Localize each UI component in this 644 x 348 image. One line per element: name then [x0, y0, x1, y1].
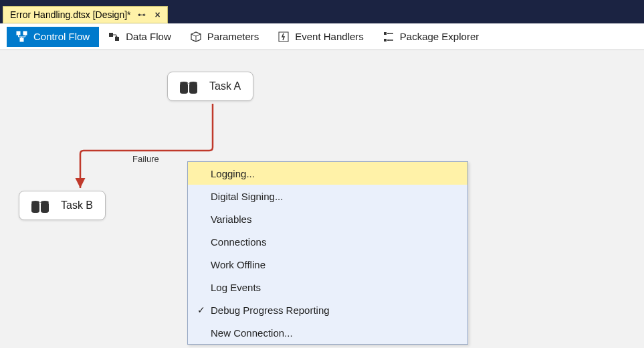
menu-item-digital-signing[interactable]: Digital Signing...	[188, 185, 467, 207]
checkmark-icon: ✓	[192, 304, 211, 315]
menu-item-new-connection[interactable]: New Connection...	[188, 321, 467, 344]
svg-rect-3	[109, 33, 113, 37]
document-tab[interactable]: Error Handling.dtsx [Design]* ⊷ ×	[3, 6, 168, 23]
menu-item-work-offline[interactable]: Work Offline	[188, 253, 467, 276]
menu-item-label: Connections	[211, 236, 266, 248]
svg-point-8	[387, 33, 389, 34]
menu-item-label: New Connection...	[211, 327, 293, 339]
menu-item-label: Log Events	[211, 282, 261, 293]
task-label: Task A	[209, 80, 241, 92]
svg-rect-7	[384, 39, 387, 41]
event-handlers-icon	[278, 31, 290, 43]
menu-item-label: Variables	[211, 213, 251, 225]
menu-item-label: Logging...	[211, 168, 255, 179]
close-icon[interactable]: ×	[152, 9, 163, 20]
tab-parameters[interactable]: Parameters	[181, 27, 269, 47]
menu-item-connections[interactable]: Connections	[188, 230, 467, 253]
control-flow-icon	[16, 31, 28, 43]
context-menu: Logging... Digital Signing... Variables …	[187, 161, 468, 345]
toolbar-label: Control Flow	[33, 31, 90, 42]
design-canvas[interactable]: → Task A → Task B Failure Logging... Dig…	[0, 50, 644, 348]
data-flow-icon	[108, 31, 120, 43]
menu-item-label: Debug Progress Reporting	[211, 304, 330, 316]
svg-rect-0	[17, 31, 20, 35]
parameters-icon	[190, 31, 202, 43]
package-explorer-icon	[383, 31, 395, 43]
task-label: Task B	[61, 199, 93, 211]
svg-rect-1	[23, 31, 27, 35]
svg-point-9	[387, 39, 389, 41]
menu-item-label: Work Offline	[211, 259, 265, 270]
designer-toolbar: Control Flow Data Flow Parameters	[0, 23, 644, 50]
menu-item-logging[interactable]: Logging...	[188, 162, 467, 185]
menu-item-label: Digital Signing...	[211, 191, 283, 202]
toolbar-label: Package Explorer	[400, 31, 479, 42]
tab-package-explorer[interactable]: Package Explorer	[373, 27, 488, 47]
pin-icon[interactable]: ⊷	[135, 10, 148, 19]
toolbar-label: Parameters	[207, 31, 259, 42]
document-tab-title: Error Handling.dtsx [Design]*	[10, 9, 131, 20]
database-transfer-icon: →	[180, 79, 200, 94]
toolbar-label: Data Flow	[126, 31, 171, 42]
menu-item-debug-progress-reporting[interactable]: ✓ Debug Progress Reporting	[188, 298, 467, 321]
tab-control-flow[interactable]: Control Flow	[7, 27, 99, 47]
toolbar-label: Event Handlers	[295, 31, 364, 42]
menu-item-variables[interactable]: Variables	[188, 207, 467, 230]
task-node-a[interactable]: → Task A	[167, 72, 253, 101]
svg-rect-4	[115, 37, 119, 41]
tab-event-handlers[interactable]: Event Handlers	[268, 27, 373, 47]
tab-data-flow[interactable]: Data Flow	[99, 27, 181, 47]
task-node-b[interactable]: → Task B	[19, 191, 106, 220]
svg-rect-6	[384, 32, 387, 35]
menu-item-log-events[interactable]: Log Events	[188, 276, 467, 298]
svg-rect-2	[20, 38, 23, 41]
database-transfer-icon: →	[31, 198, 51, 213]
connector-label: Failure	[132, 154, 159, 164]
